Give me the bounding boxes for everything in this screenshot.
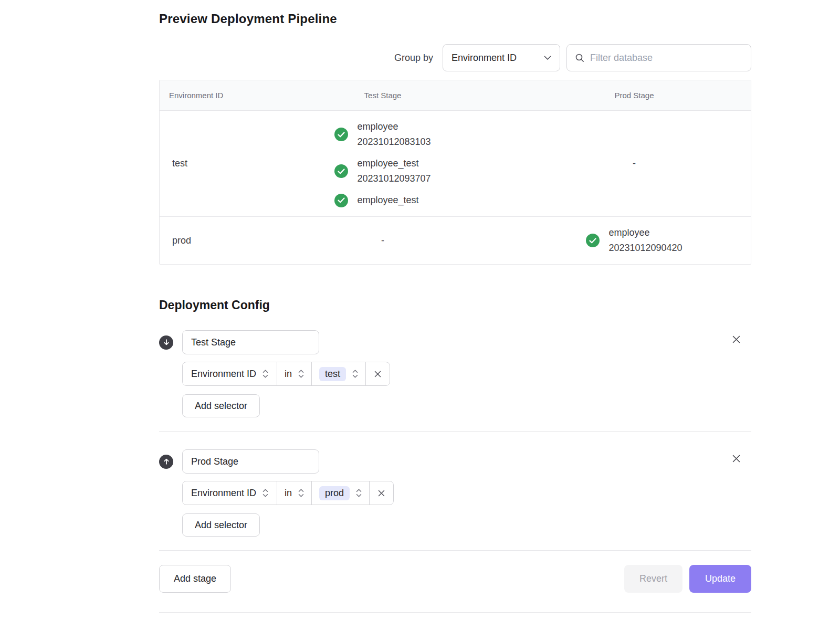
stage-block-prod: Environment ID in prod bbox=[159, 449, 751, 537]
stage-item: employee_test 20231012093707 bbox=[334, 156, 430, 186]
update-button[interactable]: Update bbox=[689, 565, 751, 593]
test-stage-cell: employee 20231012083103 employee_test 20… bbox=[249, 111, 517, 216]
database-name: employee_test bbox=[357, 156, 430, 171]
stage-item: employee 20231012083103 bbox=[334, 119, 430, 150]
right-actions: Revert Update bbox=[624, 565, 751, 593]
selector-operator-select[interactable]: in bbox=[277, 481, 312, 505]
check-circle-icon bbox=[334, 194, 348, 207]
close-icon bbox=[374, 370, 382, 378]
selector-value-chip: test bbox=[319, 367, 346, 381]
footer-actions: Add stage Revert Update bbox=[159, 565, 751, 593]
stage-name-input[interactable] bbox=[182, 330, 319, 354]
stage-item-list: employee 20231012083103 employee_test 20… bbox=[334, 111, 430, 216]
column-header-test-stage: Test Stage bbox=[249, 80, 517, 110]
prod-stage-cell: employee 20231012090420 bbox=[517, 217, 752, 264]
stage-block-test: Environment ID in test bbox=[159, 330, 751, 417]
environment-id-cell: test bbox=[160, 111, 249, 216]
close-icon bbox=[377, 489, 385, 497]
stage-item-text: employee 20231012083103 bbox=[357, 119, 430, 150]
revert-button[interactable]: Revert bbox=[624, 565, 682, 593]
stage-item: employee_test bbox=[334, 193, 430, 208]
remove-selector-button[interactable] bbox=[369, 481, 394, 505]
environment-id-cell: prod bbox=[160, 217, 249, 264]
check-circle-icon bbox=[334, 164, 348, 178]
group-by-value: Environment ID bbox=[452, 52, 517, 64]
updown-chevrons-icon bbox=[298, 488, 304, 498]
selector-operator-select[interactable]: in bbox=[277, 362, 312, 386]
selector-row: Environment ID in test bbox=[182, 362, 751, 386]
database-name: employee bbox=[357, 119, 430, 134]
remove-selector-button[interactable] bbox=[365, 362, 390, 386]
stage-header-row bbox=[159, 330, 751, 354]
bottom-divider bbox=[159, 612, 751, 613]
database-version: 20231012083103 bbox=[357, 134, 430, 150]
table-header-row: Environment ID Test Stage Prod Stage bbox=[160, 80, 751, 111]
table-row-test: test employee 20231012083103 bbox=[160, 111, 751, 217]
selector-operator-value: in bbox=[285, 488, 292, 499]
updown-chevrons-icon bbox=[356, 488, 362, 498]
column-header-prod-stage: Prod Stage bbox=[517, 80, 752, 110]
remove-stage-button[interactable] bbox=[730, 453, 742, 464]
stage-item-list: employee 20231012090420 bbox=[586, 217, 682, 264]
database-version: 20231012093707 bbox=[357, 171, 430, 186]
selector-value-select[interactable]: test bbox=[311, 362, 366, 386]
selector-row: Environment ID in prod bbox=[182, 481, 751, 505]
chevron-down-icon bbox=[544, 56, 551, 60]
stage-header-row bbox=[159, 449, 751, 474]
group-by-label: Group by bbox=[394, 52, 433, 64]
database-name: employee bbox=[608, 225, 682, 240]
remove-stage-button[interactable] bbox=[730, 333, 742, 345]
column-header-environment-id: Environment ID bbox=[160, 80, 249, 110]
check-circle-icon bbox=[334, 128, 348, 141]
updown-chevrons-icon bbox=[298, 369, 304, 379]
stage-name-input[interactable] bbox=[182, 449, 319, 474]
selector-key-select[interactable]: Environment ID bbox=[182, 481, 277, 505]
test-stage-cell-empty: - bbox=[249, 217, 517, 264]
updown-chevrons-icon bbox=[352, 369, 358, 379]
table-controls: Group by Environment ID bbox=[159, 44, 751, 71]
database-name: employee_test bbox=[357, 193, 418, 208]
prod-stage-cell-empty: - bbox=[517, 111, 752, 216]
selector-value-chip: prod bbox=[319, 486, 350, 500]
selector-key-value: Environment ID bbox=[191, 369, 256, 380]
selector-key-value: Environment ID bbox=[191, 488, 256, 499]
stage-item-text: employee_test bbox=[357, 193, 418, 208]
add-selector-button[interactable]: Add selector bbox=[182, 394, 260, 417]
database-version: 20231012090420 bbox=[608, 240, 682, 256]
divider bbox=[159, 550, 751, 551]
updown-chevrons-icon bbox=[262, 369, 268, 379]
stage-item-text: employee_test 20231012093707 bbox=[357, 156, 430, 186]
move-stage-up-button[interactable] bbox=[159, 455, 173, 469]
table-row-prod: prod - employee 20231012090420 bbox=[160, 217, 751, 264]
stage-item-text: employee 20231012090420 bbox=[608, 225, 682, 256]
updown-chevrons-icon bbox=[262, 488, 268, 498]
move-stage-down-button[interactable] bbox=[159, 335, 173, 350]
add-stage-button[interactable]: Add stage bbox=[159, 565, 231, 593]
page-title: Preview Deployment Pipeline bbox=[159, 12, 751, 26]
filter-database-input[interactable] bbox=[590, 52, 743, 64]
preview-deployment-pipeline-page: Preview Deployment Pipeline Group by Env… bbox=[159, 12, 751, 613]
divider bbox=[159, 431, 751, 432]
selector-operator-value: in bbox=[285, 369, 292, 380]
pipeline-table: Environment ID Test Stage Prod Stage tes… bbox=[159, 80, 751, 265]
search-icon bbox=[574, 52, 585, 63]
deployment-config-title: Deployment Config bbox=[159, 298, 751, 312]
selector-key-select[interactable]: Environment ID bbox=[182, 362, 277, 386]
add-selector-button[interactable]: Add selector bbox=[182, 513, 260, 537]
group-by-select[interactable]: Environment ID bbox=[443, 44, 560, 71]
filter-search-box bbox=[566, 44, 751, 71]
stage-item: employee 20231012090420 bbox=[586, 225, 682, 256]
selector-value-select[interactable]: prod bbox=[311, 481, 370, 505]
check-circle-icon bbox=[586, 234, 600, 247]
